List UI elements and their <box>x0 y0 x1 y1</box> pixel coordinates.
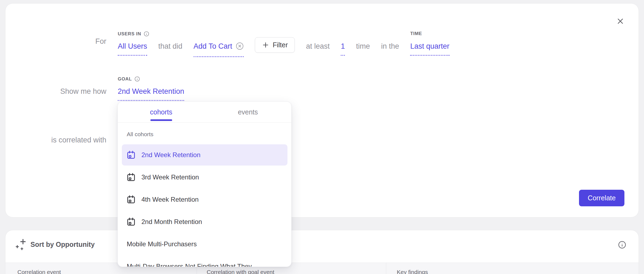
list-item[interactable]: Mobile Multi-Purchasers <box>122 233 287 255</box>
sort-by-opportunity-button[interactable]: Sort by Opportunity <box>15 238 95 251</box>
list-item[interactable]: 2nd Week Retention <box>122 144 287 166</box>
filter-button[interactable]: Filter <box>255 37 295 53</box>
list-item-label: 2nd Month Retention <box>141 218 202 226</box>
calendar-icon <box>126 217 136 226</box>
results-table-header: Correlation event Correlation with goal … <box>5 263 639 274</box>
list-item[interactable]: 2nd Month Retention <box>122 211 287 232</box>
list-item-label: 2nd Week Retention <box>141 151 200 159</box>
section-header-all-cohorts: All cohorts <box>127 131 291 138</box>
correlate-button[interactable]: Correlate <box>579 190 624 206</box>
time-text: time <box>356 42 370 51</box>
users-in-label: USERS IN <box>118 31 149 37</box>
calendar-icon <box>126 195 136 204</box>
cohort-select[interactable]: USERS IN All Users <box>118 42 147 56</box>
count-input[interactable]: 1 <box>341 42 345 56</box>
list-item-label: Mobile Multi-Purchasers <box>127 240 197 248</box>
list-item[interactable]: 3rd Week Retention <box>122 167 287 188</box>
info-icon[interactable] <box>144 31 149 37</box>
time-label: TIME <box>410 31 422 36</box>
results-card: Sort by Opportunity Correlation event Co… <box>5 230 639 274</box>
is-correlated-with-text: is correlated with <box>5 136 106 144</box>
date-range-select[interactable]: TIME Last quarter <box>410 42 449 56</box>
builder-row-users: USERS IN All Users that did Add To Cart … <box>118 37 450 57</box>
sort-button-label: Sort by Opportunity <box>30 241 95 248</box>
list-item-label: 3rd Week Retention <box>141 173 199 181</box>
builder-row-goal: GOAL 2nd Week Retention <box>118 87 184 101</box>
goal-select[interactable]: GOAL 2nd Week Retention <box>118 87 184 101</box>
close-icon[interactable] <box>616 17 625 26</box>
list-item[interactable]: 4th Week Retention <box>122 189 287 210</box>
for-text: For <box>5 37 106 46</box>
calendar-icon <box>126 150 136 160</box>
tab-events[interactable]: events <box>205 102 291 122</box>
query-builder-card: For Show me how is correlated with USERS… <box>5 3 639 217</box>
list-item-label: Multi-Day Browsers Not Finding What They <box>127 263 252 267</box>
remove-event-icon[interactable] <box>236 42 244 52</box>
goal-dropdown: cohorts events All cohorts 2nd Week Rete… <box>117 101 292 267</box>
calendar-icon <box>126 173 136 182</box>
list-item[interactable]: Multi-Day Browsers Not Finding What They <box>122 256 287 267</box>
list-item-label: 4th Week Retention <box>141 196 199 203</box>
event-select[interactable]: Add To Cart <box>194 42 244 57</box>
in-the-text: in the <box>381 42 399 51</box>
info-icon[interactable] <box>134 76 140 82</box>
that-did-text: that did <box>158 42 182 51</box>
dropdown-tabs: cohorts events <box>118 102 291 123</box>
info-icon[interactable] <box>618 241 626 249</box>
at-least-text: at least <box>306 42 330 51</box>
plus-icon <box>262 41 269 49</box>
active-tab-indicator <box>150 119 172 121</box>
goal-label: GOAL <box>118 76 140 82</box>
show-me-how-text: Show me how <box>5 87 106 96</box>
sparkles-icon <box>15 238 28 251</box>
column-header-key-findings: Key findings <box>386 263 639 274</box>
